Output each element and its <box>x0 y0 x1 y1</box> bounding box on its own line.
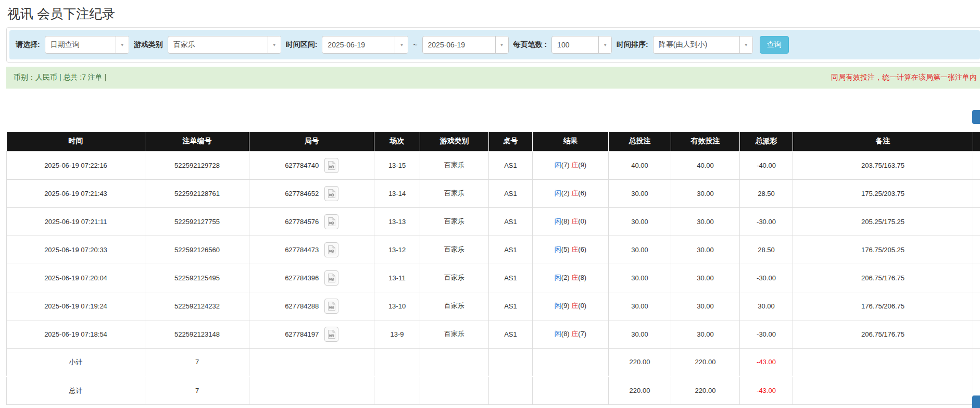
chevron-down-icon[interactable]: ▼ <box>116 36 129 53</box>
date-to-select[interactable]: 2025-06-19 ▼ <box>422 36 509 54</box>
edge-button-top[interactable] <box>972 110 980 124</box>
chevron-down-icon[interactable]: ▼ <box>395 36 408 53</box>
cell-note: 176.75/206.75 <box>793 292 973 320</box>
result-player-score: (2) <box>561 189 572 197</box>
chevron-down-icon[interactable]: ▼ <box>495 36 508 53</box>
cell-round: 627784396 <box>249 264 374 292</box>
round-number: 627784740 <box>285 162 319 169</box>
cell-sliver <box>973 264 980 292</box>
column-header: 桌号 <box>489 132 533 151</box>
result-banker-score: (0) <box>578 217 586 225</box>
sort-label: 时间排序: <box>617 40 648 50</box>
filter-bar: 请选择: 日期查询 ▼ 游戏类别 百家乐 ▼ 时间区间: 2025-06-19 … <box>9 30 980 59</box>
cell-sliver <box>973 179 980 207</box>
cell-note: 203.75/163.75 <box>793 151 973 179</box>
cell-note: 206.75/176.75 <box>793 320 973 348</box>
search-button[interactable]: 查询 <box>760 36 789 54</box>
cell-valid-bet: 30.00 <box>671 264 740 292</box>
column-header: 备注 <box>793 132 973 151</box>
cell-game-type: 百家乐 <box>420 320 489 348</box>
column-header: 时间 <box>7 132 145 151</box>
cell-table-no: AS1 <box>489 207 533 236</box>
page-title: 视讯 会员下注纪录 <box>7 5 980 22</box>
cell-total-bet[interactable]: 30.00 <box>609 236 671 264</box>
cell-bet-id: 522592128761 <box>145 179 249 207</box>
chevron-down-icon[interactable]: ▼ <box>268 36 281 53</box>
cell-payout: -40.00 <box>740 151 793 179</box>
query-type-select[interactable]: 日期查询 ▼ <box>45 36 129 54</box>
column-header-sliver <box>973 132 980 151</box>
result-banker: 庄 <box>571 217 578 225</box>
cell-result: 闲(2) 庄(8) <box>533 264 609 292</box>
cell-bet-id: 522592125495 <box>145 264 249 292</box>
currency-summary: 币别：人民币 | 总共 :7 注单 | <box>14 73 106 82</box>
video-file-icon[interactable] <box>324 327 338 342</box>
date-from-select[interactable]: 2025-06-19 ▼ <box>322 36 408 54</box>
cell-payout: -30.00 <box>740 320 793 348</box>
table-row: 2025-06-19 07:20:04522592125495627784396… <box>7 264 980 292</box>
cell-time: 2025-06-19 07:20:04 <box>7 264 145 292</box>
result-player: 闲 <box>555 245 561 253</box>
table-row: 2025-06-19 07:22:16522592129728627784740… <box>7 151 980 179</box>
game-type-select[interactable]: 百家乐 ▼ <box>168 36 281 54</box>
cell-payout: -30.00 <box>740 207 793 236</box>
cell-round: 627784197 <box>249 320 374 348</box>
result-banker-score: (9) <box>578 161 586 169</box>
video-file-icon[interactable] <box>324 242 338 257</box>
cell-table-no: AS1 <box>489 179 533 207</box>
total-total-bet: 220.00 <box>609 376 671 404</box>
subtotal-payout: -43.00 <box>740 348 793 376</box>
video-file-icon[interactable] <box>324 186 338 201</box>
cell-game-type: 百家乐 <box>420 207 489 236</box>
cell-total-bet[interactable]: 30.00 <box>609 320 671 348</box>
query-type-label: 请选择: <box>16 40 40 50</box>
cell-total-bet[interactable]: 40.00 <box>609 151 671 179</box>
subtotal-total-bet: 220.00 <box>609 348 671 376</box>
chevron-down-icon[interactable]: ▼ <box>739 36 752 53</box>
subtotal-valid-bet: 220.00 <box>671 348 740 376</box>
per-page-select[interactable]: 100 ▼ <box>551 36 612 54</box>
cell-sliver <box>973 236 980 264</box>
cell-game-type: 百家乐 <box>420 151 489 179</box>
cell-result: 闲(8) 庄(0) <box>533 207 609 236</box>
cell-total-bet[interactable]: 30.00 <box>609 179 671 207</box>
round-number: 627784576 <box>285 218 319 226</box>
cell-bet-id: 522592124232 <box>145 292 249 320</box>
cell-game-type-empty <box>420 376 489 404</box>
video-file-icon[interactable] <box>324 214 338 229</box>
total-valid-bet: 220.00 <box>671 376 740 404</box>
video-file-icon[interactable] <box>324 158 338 173</box>
cell-total-bet[interactable]: 30.00 <box>609 207 671 236</box>
column-header: 结果 <box>533 132 609 151</box>
table-header-row: 时间注单编号局号场次游戏类别桌号结果总投注有效投注总派彩备注 <box>7 132 980 151</box>
chevron-down-icon[interactable]: ▼ <box>598 36 611 53</box>
result-banker: 庄 <box>571 189 578 197</box>
result-banker: 庄 <box>571 330 578 338</box>
result-banker: 庄 <box>571 274 578 281</box>
round-number: 627784473 <box>285 246 319 254</box>
cell-session-empty <box>374 376 420 404</box>
cell-valid-bet: 40.00 <box>671 151 740 179</box>
cell-note: 176.75/205.25 <box>793 236 973 264</box>
video-file-icon[interactable] <box>324 299 338 314</box>
cell-total-bet[interactable]: 30.00 <box>609 292 671 320</box>
result-banker: 庄 <box>571 161 578 169</box>
cell-time: 2025-06-19 07:21:43 <box>7 179 145 207</box>
result-player-score: (8) <box>561 330 572 338</box>
result-player: 闲 <box>555 274 561 281</box>
cell-sliver <box>973 320 980 348</box>
cell-bet-id: 522592126560 <box>145 236 249 264</box>
result-player-score: (9) <box>561 302 572 310</box>
sort-value: 降幂(由大到小) <box>654 36 739 53</box>
sort-select[interactable]: 降幂(由大到小) ▼ <box>653 36 753 54</box>
game-type-value: 百家乐 <box>168 36 268 53</box>
summary-bar: 币别：人民币 | 总共 :7 注单 | 同局有效投注，统一计算在该局第一张注单内 <box>6 67 980 89</box>
result-banker-score: (7) <box>578 330 586 338</box>
cell-payout: 28.50 <box>740 179 793 207</box>
cell-total-bet[interactable]: 30.00 <box>609 264 671 292</box>
video-file-icon[interactable] <box>324 270 338 286</box>
edge-button-bottom[interactable] <box>972 395 980 408</box>
result-player: 闲 <box>555 217 561 225</box>
cell-result: 闲(7) 庄(9) <box>533 151 609 179</box>
cell-session: 13-10 <box>374 292 420 320</box>
